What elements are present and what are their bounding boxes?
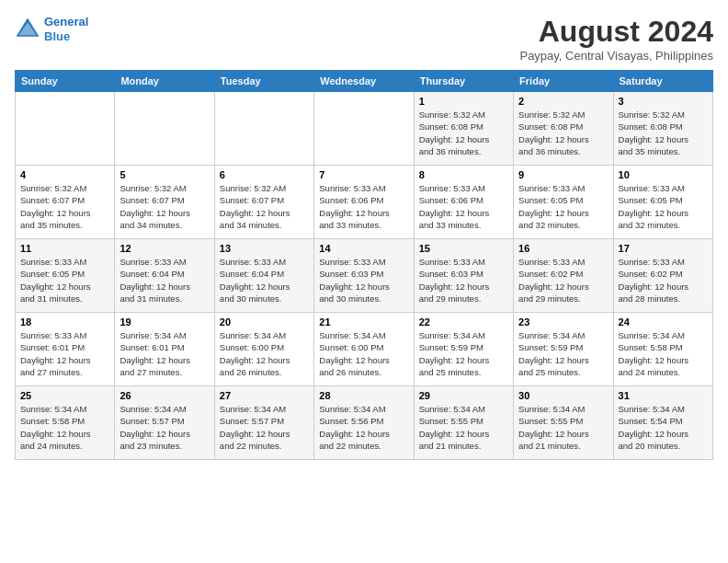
day-info: Sunrise: 5:34 AM Sunset: 5:55 PM Dayligh…: [419, 403, 508, 452]
calendar-cell: [115, 92, 214, 166]
calendar-cell: 3Sunrise: 5:32 AM Sunset: 6:08 PM Daylig…: [613, 92, 712, 166]
calendar-week-row: 4Sunrise: 5:32 AM Sunset: 6:07 PM Daylig…: [16, 166, 713, 239]
logo-icon: [15, 17, 40, 42]
day-info: Sunrise: 5:33 AM Sunset: 6:02 PM Dayligh…: [619, 256, 708, 304]
calendar-cell: 26Sunrise: 5:34 AM Sunset: 5:57 PM Dayli…: [115, 386, 214, 460]
day-info: Sunrise: 5:32 AM Sunset: 6:08 PM Dayligh…: [419, 109, 508, 157]
day-info: Sunrise: 5:34 AM Sunset: 5:59 PM Dayligh…: [518, 329, 608, 378]
day-info: Sunrise: 5:33 AM Sunset: 6:05 PM Dayligh…: [20, 256, 109, 304]
day-info: Sunrise: 5:33 AM Sunset: 6:04 PM Dayligh…: [220, 256, 309, 304]
day-number: 19: [119, 316, 209, 327]
weekday-header: Friday: [514, 71, 613, 92]
calendar-cell: 29Sunrise: 5:34 AM Sunset: 5:55 PM Dayli…: [414, 386, 513, 460]
day-info: Sunrise: 5:32 AM Sunset: 6:08 PM Dayligh…: [619, 109, 708, 157]
day-info: Sunrise: 5:33 AM Sunset: 6:03 PM Dayligh…: [419, 256, 508, 304]
day-info: Sunrise: 5:33 AM Sunset: 6:02 PM Dayligh…: [518, 256, 608, 304]
day-number: 10: [619, 169, 708, 180]
calendar-cell: 23Sunrise: 5:34 AM Sunset: 5:59 PM Dayli…: [514, 313, 613, 386]
calendar-cell: 10Sunrise: 5:33 AM Sunset: 6:05 PM Dayli…: [613, 166, 712, 239]
calendar-cell: 15Sunrise: 5:33 AM Sunset: 6:03 PM Dayli…: [414, 239, 513, 313]
day-number: 22: [419, 316, 508, 327]
location-subtitle: Paypay, Central Visayas, Philippines: [519, 49, 713, 63]
day-info: Sunrise: 5:32 AM Sunset: 6:07 PM Dayligh…: [119, 182, 209, 231]
calendar-cell: 6Sunrise: 5:32 AM Sunset: 6:07 PM Daylig…: [214, 166, 313, 239]
logo-text: General Blue: [44, 15, 88, 43]
day-number: 24: [619, 316, 708, 327]
day-number: 1: [419, 96, 508, 107]
calendar-cell: 20Sunrise: 5:34 AM Sunset: 6:00 PM Dayli…: [214, 313, 313, 386]
calendar-cell: 14Sunrise: 5:33 AM Sunset: 6:03 PM Dayli…: [314, 239, 414, 313]
calendar-cell: [214, 92, 313, 166]
day-number: 9: [518, 169, 608, 180]
month-title: August 2024: [519, 15, 713, 49]
calendar-week-row: 25Sunrise: 5:34 AM Sunset: 5:58 PM Dayli…: [16, 386, 713, 460]
calendar-cell: 4Sunrise: 5:32 AM Sunset: 6:07 PM Daylig…: [16, 166, 115, 239]
day-number: 28: [319, 390, 408, 401]
day-info: Sunrise: 5:32 AM Sunset: 6:07 PM Dayligh…: [20, 182, 109, 231]
logo: General Blue: [15, 15, 88, 43]
calendar-cell: 22Sunrise: 5:34 AM Sunset: 5:59 PM Dayli…: [414, 313, 513, 386]
day-info: Sunrise: 5:32 AM Sunset: 6:08 PM Dayligh…: [518, 109, 608, 157]
weekday-header: Tuesday: [214, 71, 313, 92]
day-number: 5: [119, 169, 209, 180]
calendar-week-row: 1Sunrise: 5:32 AM Sunset: 6:08 PM Daylig…: [16, 92, 713, 166]
calendar-cell: 19Sunrise: 5:34 AM Sunset: 6:01 PM Dayli…: [115, 313, 214, 386]
calendar-cell: [16, 92, 115, 166]
calendar-cell: 8Sunrise: 5:33 AM Sunset: 6:06 PM Daylig…: [414, 166, 513, 239]
calendar-cell: 16Sunrise: 5:33 AM Sunset: 6:02 PM Dayli…: [514, 239, 613, 313]
calendar-week-row: 11Sunrise: 5:33 AM Sunset: 6:05 PM Dayli…: [16, 239, 713, 313]
day-number: 14: [319, 243, 408, 254]
day-info: Sunrise: 5:33 AM Sunset: 6:04 PM Dayligh…: [119, 256, 209, 304]
calendar-cell: 30Sunrise: 5:34 AM Sunset: 5:55 PM Dayli…: [514, 386, 613, 460]
calendar-cell: 27Sunrise: 5:34 AM Sunset: 5:57 PM Dayli…: [214, 386, 313, 460]
weekday-header: Monday: [115, 71, 214, 92]
calendar-cell: 2Sunrise: 5:32 AM Sunset: 6:08 PM Daylig…: [514, 92, 613, 166]
weekday-header: Thursday: [414, 71, 513, 92]
day-number: 13: [220, 243, 309, 254]
calendar-cell: 12Sunrise: 5:33 AM Sunset: 6:04 PM Dayli…: [115, 239, 214, 313]
logo-line1: General: [44, 15, 88, 29]
calendar-week-row: 18Sunrise: 5:33 AM Sunset: 6:01 PM Dayli…: [16, 313, 713, 386]
day-number: 16: [518, 243, 608, 254]
calendar-cell: 31Sunrise: 5:34 AM Sunset: 5:54 PM Dayli…: [613, 386, 712, 460]
calendar-cell: 28Sunrise: 5:34 AM Sunset: 5:56 PM Dayli…: [314, 386, 414, 460]
day-number: 21: [319, 316, 408, 327]
page-header: General Blue August 2024 Paypay, Central…: [15, 15, 713, 63]
day-info: Sunrise: 5:34 AM Sunset: 5:59 PM Dayligh…: [419, 329, 508, 378]
day-info: Sunrise: 5:34 AM Sunset: 5:57 PM Dayligh…: [220, 403, 309, 452]
day-number: 15: [419, 243, 508, 254]
day-info: Sunrise: 5:32 AM Sunset: 6:07 PM Dayligh…: [220, 182, 309, 231]
calendar-cell: 1Sunrise: 5:32 AM Sunset: 6:08 PM Daylig…: [414, 92, 513, 166]
calendar-cell: 17Sunrise: 5:33 AM Sunset: 6:02 PM Dayli…: [613, 239, 712, 313]
calendar-cell: 18Sunrise: 5:33 AM Sunset: 6:01 PM Dayli…: [16, 313, 115, 386]
weekday-header: Saturday: [613, 71, 712, 92]
day-info: Sunrise: 5:34 AM Sunset: 6:00 PM Dayligh…: [319, 329, 408, 378]
day-info: Sunrise: 5:33 AM Sunset: 6:03 PM Dayligh…: [319, 256, 408, 304]
day-info: Sunrise: 5:34 AM Sunset: 6:01 PM Dayligh…: [119, 329, 209, 378]
calendar-body: 1Sunrise: 5:32 AM Sunset: 6:08 PM Daylig…: [16, 92, 713, 460]
calendar-cell: 24Sunrise: 5:34 AM Sunset: 5:58 PM Dayli…: [613, 313, 712, 386]
day-info: Sunrise: 5:33 AM Sunset: 6:06 PM Dayligh…: [319, 182, 408, 231]
day-info: Sunrise: 5:34 AM Sunset: 5:57 PM Dayligh…: [119, 403, 209, 452]
day-number: 23: [518, 316, 608, 327]
day-number: 29: [419, 390, 508, 401]
day-number: 4: [20, 169, 109, 180]
day-info: Sunrise: 5:34 AM Sunset: 5:58 PM Dayligh…: [619, 329, 708, 378]
day-number: 2: [518, 96, 608, 107]
day-info: Sunrise: 5:34 AM Sunset: 5:58 PM Dayligh…: [20, 403, 109, 452]
title-block: August 2024 Paypay, Central Visayas, Phi…: [519, 15, 713, 63]
day-number: 6: [220, 169, 309, 180]
day-number: 11: [20, 243, 109, 254]
calendar-cell: 25Sunrise: 5:34 AM Sunset: 5:58 PM Dayli…: [16, 386, 115, 460]
calendar-cell: 11Sunrise: 5:33 AM Sunset: 6:05 PM Dayli…: [16, 239, 115, 313]
weekday-header: Sunday: [16, 71, 115, 92]
calendar-cell: 13Sunrise: 5:33 AM Sunset: 6:04 PM Dayli…: [214, 239, 313, 313]
day-number: 26: [119, 390, 209, 401]
day-number: 8: [419, 169, 508, 180]
calendar-header: SundayMondayTuesdayWednesdayThursdayFrid…: [16, 71, 713, 92]
day-number: 17: [619, 243, 708, 254]
day-number: 31: [619, 390, 708, 401]
day-number: 27: [220, 390, 309, 401]
day-number: 7: [319, 169, 408, 180]
day-info: Sunrise: 5:34 AM Sunset: 5:54 PM Dayligh…: [619, 403, 708, 452]
